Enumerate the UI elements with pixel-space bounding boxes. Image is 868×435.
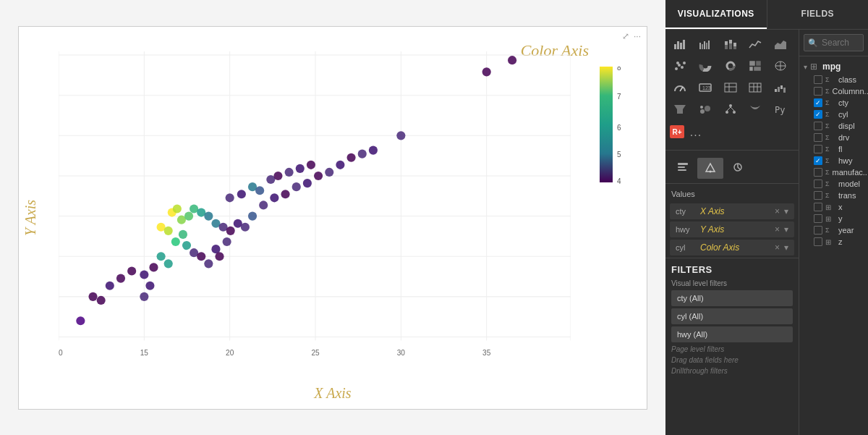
field-drv[interactable]: Σ drv [799,132,868,143]
field-checkbox-year[interactable] [814,226,822,235]
viz-bubble-icon[interactable] [695,99,715,119]
sub-tab-paint[interactable] [697,158,723,179]
viz-funnel-icon[interactable] [670,99,690,119]
expand-icon[interactable]: ⤢ [622,31,629,41]
field-checkbox-y[interactable] [814,214,822,223]
field-cty[interactable]: ✓ Σ cty [799,97,868,109]
tab-fields[interactable]: FIELDS [767,0,869,29]
viz-grouped-bar-icon[interactable] [695,34,715,54]
svg-text:5: 5 [617,151,621,159]
y-axis-label-container: Y Axis [22,199,39,235]
svg-point-145 [726,111,728,114]
field-checkbox-hwy[interactable]: ✓ [814,156,822,165]
field-checkbox-x[interactable] [814,203,822,211]
svg-rect-103 [725,45,728,49]
filter-cyl[interactable]: cyl (All) [671,308,793,324]
viz-table-icon[interactable] [720,77,741,98]
svg-point-35 [140,270,148,279]
svg-point-75 [270,193,278,202]
field-name-manufac: manufac... [833,168,868,177]
chart-toolbar[interactable]: ⤢ ··· [622,31,641,41]
field-displ[interactable]: Σ displ [799,120,868,132]
viz-pie-icon[interactable] [695,56,715,76]
viz-r-icon[interactable]: R+ [670,125,684,138]
sigma-icon-drv: Σ [825,134,835,141]
svg-point-72 [296,164,305,172]
more-icon[interactable]: ··· [634,31,641,41]
viz-stacked-bar-icon[interactable] [720,34,741,54]
sub-tab-format[interactable] [670,158,696,179]
field-name-year: year [838,226,854,235]
field-class[interactable]: Σ class [799,74,868,85]
viz-decomp-icon[interactable] [720,99,741,119]
axis-row-y[interactable]: hwy Y Axis × ▾ [670,221,794,237]
sub-tab-analytics[interactable] [725,158,751,179]
axis-chevron-x[interactable]: ▾ [784,206,788,216]
field-checkbox-drv[interactable] [814,133,822,142]
field-checkbox-cty[interactable]: ✓ [814,98,822,107]
axis-chevron-color[interactable]: ▾ [784,242,788,253]
viz-area-icon[interactable] [770,34,791,54]
viz-line-icon[interactable] [745,34,765,54]
field-checkbox-class[interactable] [814,75,822,84]
svg-rect-152 [678,169,686,171]
viz-matrix-icon[interactable] [745,77,765,98]
axis-chevron-y[interactable]: ▾ [784,224,788,235]
axis-clear-x[interactable]: × [775,206,780,216]
field-checkbox-column[interactable] [814,87,822,96]
field-checkbox-fl[interactable] [814,145,822,153]
svg-line-148 [731,107,734,111]
field-year[interactable]: Σ year [799,224,868,236]
viz-ribbon-icon[interactable] [745,99,765,119]
field-y[interactable]: ⊞ y [799,213,868,224]
field-cyl[interactable]: ✓ Σ cyl [799,109,868,120]
group-table-icon: ⊞ [810,62,817,72]
viz-section: 123 [665,30,799,435]
field-checkbox-manufac[interactable] [814,168,822,177]
field-hwy[interactable]: ✓ Σ hwy [799,155,868,166]
field-fl[interactable]: Σ fl [799,143,868,155]
field-group-mpg[interactable]: ▾ ⊞ mpg [799,59,868,74]
axis-clear-y[interactable]: × [775,224,780,235]
values-label: Values [665,184,799,201]
field-checkbox-cyl[interactable]: ✓ [814,110,822,119]
field-manufac[interactable]: Σ manufac... [799,166,868,178]
viz-treemap-icon[interactable] [745,56,765,76]
field-x[interactable]: ⊞ x [799,201,868,213]
viz-waterfall-icon[interactable] [770,77,791,98]
viz-gauge-icon[interactable] [670,77,690,98]
field-model[interactable]: Σ model [799,178,868,190]
sub-tabs [665,153,799,184]
field-checkbox-trans[interactable] [814,191,822,200]
sigma-icon-trans: Σ [825,192,835,199]
filter-hwy[interactable]: hwy (All) [671,326,793,342]
svg-point-85 [482,67,491,76]
viz-donut-icon[interactable] [720,56,741,76]
viz-more-icon[interactable]: ··· [686,125,706,145]
viz-map-icon[interactable] [770,56,791,76]
svg-point-110 [675,67,678,70]
viz-bar-icon[interactable] [670,34,690,54]
svg-text:Py: Py [775,105,785,115]
field-checkbox-z[interactable] [814,237,822,246]
sigma-icon-manufac: Σ [825,169,830,176]
axis-row-x[interactable]: cty X Axis × ▾ [670,203,794,219]
field-checkbox-model[interactable] [814,180,822,188]
field-trans[interactable]: Σ trans [799,190,868,201]
field-z[interactable]: ⊞ z [799,236,868,248]
tab-visualizations[interactable]: VISUALIZATIONS [665,0,767,29]
svg-rect-105 [729,43,732,49]
fields-section: 🔍 ▾ ⊞ mpg Σ class [799,30,868,435]
field-checkbox-displ[interactable] [814,122,822,130]
filter-cty[interactable]: cty (All) [671,290,793,306]
viz-python-icon[interactable]: Py [770,99,791,119]
axis-row-color[interactable]: cyl Color Axis × ▾ [670,240,794,255]
svg-rect-102 [708,41,710,49]
field-column[interactable]: Σ Columnn... [799,85,868,97]
viz-card-icon[interactable]: 123 [695,77,715,98]
viz-scatter-icon active[interactable] [670,56,690,76]
svg-marker-109 [775,41,786,49]
chart-area: ⤢ ··· Color Axis Y Axis X Axis [0,0,665,435]
sigma-icon-cty: Σ [825,99,835,106]
axis-clear-color[interactable]: × [775,242,780,253]
